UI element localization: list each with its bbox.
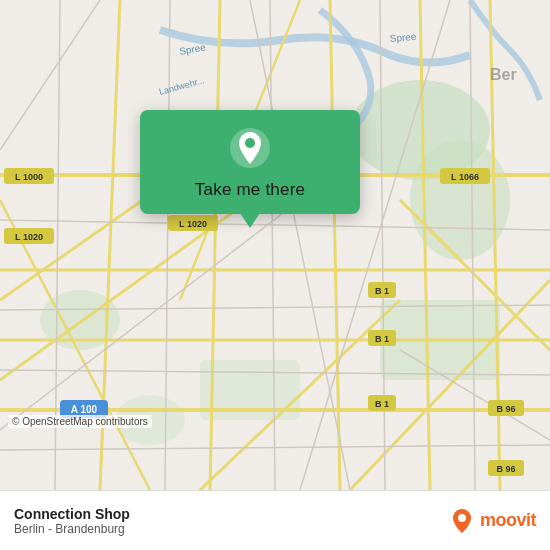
svg-text:B 96: B 96: [496, 464, 515, 474]
svg-text:Ber: Ber: [490, 66, 517, 83]
svg-point-62: [245, 138, 255, 148]
svg-text:L 1066: L 1066: [451, 172, 479, 182]
location-info: Connection Shop Berlin - Brandenburg: [14, 506, 130, 536]
popup-card[interactable]: Take me there: [140, 110, 360, 214]
location-name: Connection Shop: [14, 506, 130, 522]
svg-text:L 1020: L 1020: [179, 219, 207, 229]
svg-text:L 1020: L 1020: [15, 232, 43, 242]
location-region: Berlin - Brandenburg: [14, 522, 130, 536]
bottom-bar: Connection Shop Berlin - Brandenburg moo…: [0, 490, 550, 550]
moovit-pin-icon: [448, 507, 476, 535]
location-pin-icon: [228, 126, 272, 170]
osm-credit: © OpenStreetMap contributors: [8, 415, 152, 428]
svg-text:A 100: A 100: [71, 404, 98, 415]
popup-label: Take me there: [195, 180, 305, 200]
svg-text:L 1000: L 1000: [15, 172, 43, 182]
moovit-logo[interactable]: moovit: [448, 507, 536, 535]
svg-text:B 1: B 1: [375, 286, 389, 296]
svg-text:B 1: B 1: [375, 399, 389, 409]
moovit-text: moovit: [480, 510, 536, 531]
svg-text:Spree: Spree: [389, 31, 417, 44]
svg-text:B 1: B 1: [375, 334, 389, 344]
svg-text:B 96: B 96: [496, 404, 515, 414]
map-container: A 100 L 1000 L 1020 L 1020 L 1066 B 1 B …: [0, 0, 550, 490]
svg-point-63: [458, 514, 466, 522]
